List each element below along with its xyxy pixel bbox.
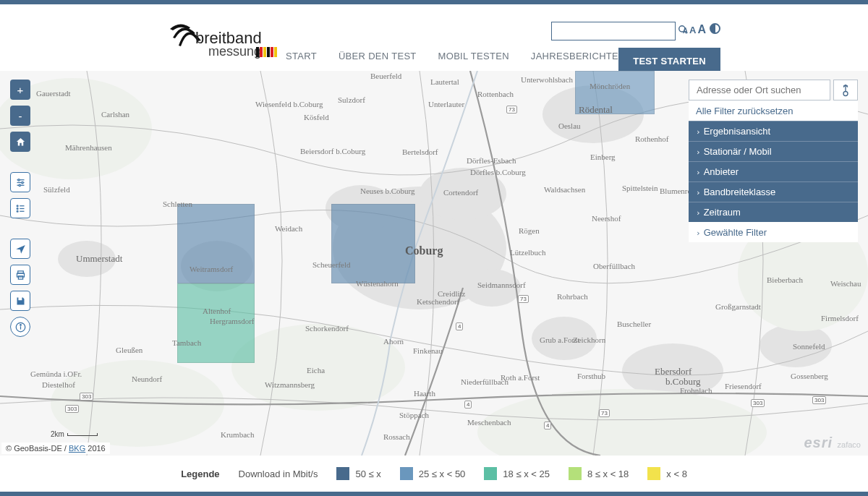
- result-tile[interactable]: [177, 283, 255, 363]
- zoom-out-button[interactable]: -: [10, 106, 30, 126]
- svg-point-17: [532, 317, 597, 360]
- legend-item: 25 ≤ x < 50: [400, 467, 466, 480]
- svg-rect-5: [267, 47, 270, 57]
- map-scale: 2km: [51, 430, 98, 438]
- nav-item-start[interactable]: START: [286, 51, 317, 61]
- svg-point-44: [843, 91, 848, 95]
- address-search-input[interactable]: [689, 80, 830, 101]
- svg-point-43: [20, 324, 21, 325]
- info-icon[interactable]: [10, 317, 30, 337]
- map-canvas[interactable]: CoburgUmmerstadtRödentalEbersdorfb.Cobur…: [0, 71, 868, 456]
- legend-title: Legende: [181, 469, 219, 479]
- svg-point-31: [19, 184, 21, 187]
- font-size-picker[interactable]: AAA: [683, 23, 706, 36]
- svg-point-20: [463, 269, 521, 307]
- contrast-toggle-icon[interactable]: [710, 23, 720, 34]
- nav-item--ber-den-test[interactable]: ÜBER DEN TEST: [339, 51, 417, 61]
- header-search-input[interactable]: [552, 26, 672, 36]
- legend-item: 18 ≤ x < 25: [484, 467, 550, 480]
- sliders-icon[interactable]: [10, 172, 30, 192]
- filter-panel: Alle Filter zurücksetzen ›Ergebnisansich…: [689, 80, 858, 242]
- bkg-link[interactable]: BKG: [69, 444, 85, 453]
- svg-text:messung: messung: [208, 44, 261, 59]
- svg-rect-6: [271, 47, 273, 57]
- list-icon[interactable]: [10, 198, 30, 218]
- locate-icon[interactable]: [10, 239, 30, 259]
- svg-point-33: [17, 208, 18, 209]
- svg-rect-3: [260, 47, 263, 57]
- esri-logo: esri zafaco: [804, 435, 861, 451]
- use-location-button[interactable]: [833, 80, 858, 101]
- filter-selected[interactable]: ›Gewählte Filter: [689, 222, 858, 242]
- print-icon[interactable]: [10, 265, 30, 285]
- svg-point-29: [17, 179, 20, 181]
- result-tile[interactable]: [177, 204, 255, 283]
- header: breitband messung STARTÜBER DEN TESTMOBI…: [0, 4, 868, 71]
- filter-ergebnisansicht[interactable]: ›Ergebnisansicht: [689, 121, 858, 141]
- filter-station-r-mobil[interactable]: ›Stationär / Mobil: [689, 141, 858, 161]
- result-tile[interactable]: [575, 71, 655, 114]
- map-controls: + -: [10, 80, 30, 337]
- map-attribution: © GeoBasis-DE / BKG 2016: [1, 442, 110, 454]
- home-button[interactable]: [10, 132, 30, 152]
- nav-item-mobil-testen[interactable]: MOBIL TESTEN: [438, 51, 509, 61]
- svg-point-32: [17, 205, 18, 206]
- zoom-in-button[interactable]: +: [10, 80, 30, 100]
- svg-rect-2: [256, 47, 259, 57]
- svg-point-13: [420, 168, 506, 220]
- nav-item-jahresberichte[interactable]: JAHRESBERICHTE: [531, 51, 618, 61]
- legend-item: 8 ≤ x < 18: [569, 467, 629, 480]
- filter-anbieter[interactable]: ›Anbieter: [689, 161, 858, 181]
- filter-reset[interactable]: Alle Filter zurücksetzen: [689, 101, 858, 121]
- svg-point-19: [58, 241, 116, 277]
- result-tile[interactable]: [331, 204, 415, 283]
- svg-point-30: [21, 181, 23, 184]
- legend-item: 50 ≤ x: [336, 467, 380, 480]
- svg-point-34: [17, 210, 18, 212]
- map-legend: Legende Download in Mbit/s 50 ≤ x25 ≤ x …: [0, 456, 868, 492]
- save-icon[interactable]: [10, 291, 30, 311]
- filter-bandbreiteklasse[interactable]: ›Bandbreiteklasse: [689, 181, 858, 202]
- svg-rect-4: [263, 47, 266, 57]
- legend-item: x < 8: [647, 467, 687, 480]
- legend-subtitle: Download in Mbit/s: [239, 469, 318, 479]
- filter-zeitraum[interactable]: ›Zeitraum: [689, 202, 858, 222]
- header-searchbar[interactable]: [551, 22, 676, 40]
- svg-rect-7: [274, 47, 277, 57]
- brand-logo: breitband messung: [166, 20, 282, 65]
